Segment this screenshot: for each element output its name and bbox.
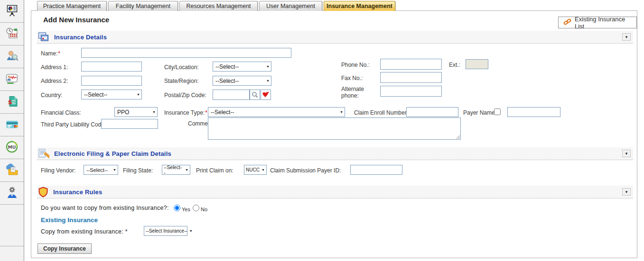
meaningful-use-icon: MU: [5, 140, 19, 155]
city-select[interactable]: --Select--: [213, 62, 271, 72]
filing-state-label: Filing State:: [123, 167, 153, 174]
tpl-code-label: Third Party Liability Code:: [41, 121, 106, 128]
copy-from-existing-select-value: --Select Insurance--: [146, 228, 187, 234]
sidebar-item-documents[interactable]: [0, 159, 24, 182]
sidebar-item-vitals-reports[interactable]: [0, 68, 24, 91]
credit-card-icon: [5, 118, 19, 132]
payer-name-input[interactable]: [507, 107, 560, 117]
vitals-monitor-icon: [5, 72, 19, 87]
page-title: Add New Insurance: [43, 16, 109, 24]
insurance-rules-title: Insurance Rules: [53, 189, 102, 196]
payer-name-checkbox[interactable]: [494, 108, 501, 115]
address1-input[interactable]: [81, 62, 142, 72]
sidebar-item-admin[interactable]: [0, 182, 24, 205]
address2-input[interactable]: [81, 76, 142, 86]
existing-insurance-list-button[interactable]: Existing Insurance List: [558, 17, 637, 28]
document-cloud-icon: [5, 163, 19, 178]
app-window: $ MU: [0, 0, 644, 261]
phone-input[interactable]: [380, 59, 442, 70]
billing-dollar-icon: $: [6, 95, 19, 109]
claim-enroll-label: Claim Enroll Number:: [354, 109, 408, 116]
copy-question-label: Do you want to copy from existing Insura…: [41, 205, 169, 211]
filing-vendor-select-value: --Select--: [86, 167, 108, 173]
electronic-filing-title: Electronic Filing & Paper Claim Details: [54, 150, 171, 157]
filing-vendor-select[interactable]: --Select--: [84, 165, 118, 175]
sidebar-item-patient-search[interactable]: [0, 45, 24, 68]
insurance-details-icon: [38, 32, 49, 42]
postal-input[interactable]: [213, 90, 250, 100]
existing-insurance-list-label: Existing Insurance List: [575, 16, 632, 30]
tab-resources-management[interactable]: Resources Management: [179, 1, 258, 11]
postal-label: Postal/Zip Code:: [164, 92, 206, 99]
copy-from-existing-label: Copy from existing Insurance: *: [41, 228, 128, 235]
chevron-down-icon: [338, 110, 343, 114]
hearts-icon: [262, 91, 270, 98]
filing-vendor-label: Filing Vendor:: [41, 167, 75, 174]
claim-submission-label: Claim Submission Payer ID:: [270, 167, 341, 174]
sidebar-item-dashboard[interactable]: [0, 0, 24, 23]
address2-label: Address 2:: [41, 78, 68, 84]
chevron-down-icon: [135, 93, 140, 96]
sidebar-item-payments[interactable]: [0, 114, 24, 136]
tab-insurance-management[interactable]: Insurance Management: [324, 1, 395, 11]
copy-yes-radio[interactable]: [174, 205, 180, 211]
financial-class-label: Financial Class:: [41, 109, 81, 116]
svg-text:MU: MU: [8, 144, 16, 150]
chevron-down-icon: [264, 65, 270, 68]
insurance-type-label: Insurance Type:*: [164, 109, 207, 116]
city-label: City/Location:: [164, 64, 199, 71]
name-input[interactable]: [81, 48, 291, 58]
collapse-electronic-filing-button[interactable]: [622, 150, 631, 157]
sidebar-item-scheduler[interactable]: [0, 23, 24, 45]
collapse-insurance-rules-button[interactable]: [622, 188, 631, 196]
filing-state-select-value: --Select--: [164, 165, 183, 175]
alt-phone-input[interactable]: [380, 86, 442, 97]
filing-state-select[interactable]: --Select--: [162, 165, 190, 175]
existing-insurance-heading: Existing Insurance: [41, 216, 98, 224]
city-select-value: --Select--: [215, 63, 239, 70]
sidebar-item-billing[interactable]: $: [0, 91, 24, 114]
print-claim-select-value: NUCC: [246, 167, 260, 172]
insurance-rules-header: Insurance Rules: [37, 186, 633, 198]
copy-from-existing-select[interactable]: --Select Insurance--: [144, 226, 187, 236]
state-select-value: --Select--: [215, 78, 239, 84]
chevron-down-icon: [111, 168, 116, 171]
state-label: State/Region:: [164, 78, 199, 84]
copy-no-radio[interactable]: [193, 205, 199, 211]
fax-input[interactable]: [380, 72, 442, 83]
chevron-down-icon: [150, 110, 156, 114]
sidebar-item-meaningful-use[interactable]: MU: [0, 136, 24, 159]
postal-favorites-button[interactable]: [261, 90, 271, 100]
patient-search-icon: [6, 50, 19, 64]
module-tabbar: Practice Management Facility Management …: [37, 1, 395, 11]
calendar-clock-icon: [6, 27, 19, 41]
ext-input[interactable]: [466, 59, 488, 69]
chevron-down-icon: [183, 168, 188, 171]
filing-document-icon: [38, 148, 49, 159]
svg-text:$: $: [8, 99, 12, 106]
collapse-insurance-details-button[interactable]: [622, 33, 631, 41]
claim-submission-input[interactable]: [350, 165, 402, 175]
print-claim-select[interactable]: NUCC: [244, 165, 267, 175]
link-icon: [563, 18, 571, 27]
chevron-down-icon: [264, 79, 270, 82]
state-select[interactable]: --Select--: [213, 76, 271, 86]
tab-user-management[interactable]: User Management: [259, 1, 322, 11]
insurance-details-header: Insurance Details: [37, 31, 633, 44]
shield-icon: [38, 187, 48, 198]
tab-practice-management[interactable]: Practice Management: [37, 1, 107, 11]
country-select[interactable]: --Select--: [81, 90, 142, 99]
ext-label: Ext.:: [449, 62, 460, 68]
financial-class-select[interactable]: PPO: [114, 107, 158, 117]
tpl-code-input[interactable]: [101, 119, 158, 129]
comment-textarea[interactable]: [208, 117, 461, 140]
tab-facility-management[interactable]: Facility Management: [108, 1, 178, 11]
claim-enroll-input[interactable]: [406, 107, 458, 117]
phone-label: Phone No.:: [341, 62, 370, 68]
sidebar: $ MU: [0, 0, 24, 261]
copy-no-label: No: [201, 207, 207, 212]
insurance-type-select[interactable]: --Select--: [208, 107, 345, 117]
insurance-type-select-value: --Select--: [211, 109, 234, 116]
copy-insurance-button[interactable]: Copy Insurance: [37, 243, 92, 254]
postal-search-button[interactable]: [250, 90, 260, 100]
